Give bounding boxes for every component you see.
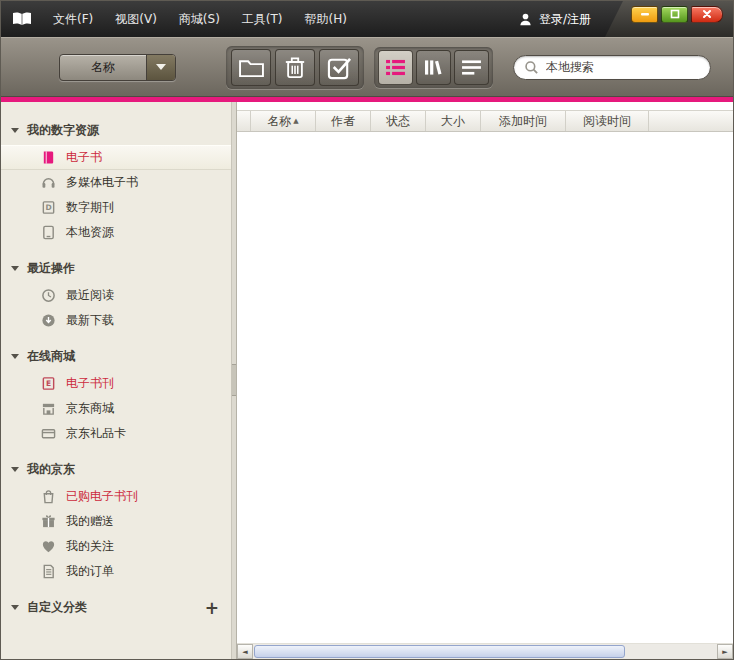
collapse-arrow-icon bbox=[11, 354, 19, 359]
maximize-button[interactable] bbox=[661, 6, 688, 23]
section-header-my-jd[interactable]: 我的京东 bbox=[1, 455, 231, 484]
menu-file[interactable]: 文件(F) bbox=[43, 6, 103, 33]
sort-dropdown-arrow-button[interactable] bbox=[146, 55, 175, 80]
shopping-bag-icon bbox=[39, 489, 57, 504]
splitter-grip-handle[interactable] bbox=[232, 364, 236, 396]
body: 我的数字资源 电子书 多媒体电子书 D bbox=[1, 102, 733, 659]
login-label: 登录/注册 bbox=[539, 11, 591, 28]
section-header-my-digital-resources[interactable]: 我的数字资源 bbox=[1, 116, 231, 145]
list-view-icon bbox=[385, 59, 406, 76]
list-view-button[interactable] bbox=[378, 50, 413, 85]
table-header: 名称 ▲ 作者 状态 大小 添加时间 阅读时间 bbox=[237, 110, 733, 132]
svg-text:E: E bbox=[45, 379, 50, 388]
scroll-left-button[interactable]: ◄ bbox=[237, 644, 253, 659]
orders-document-icon bbox=[39, 564, 57, 579]
sidebar-item-digital-journals[interactable]: D 数字期刊 bbox=[1, 195, 231, 220]
sidebar-item-jd-gift-card[interactable]: 京东礼品卡 bbox=[1, 421, 231, 446]
main-content: 名称 ▲ 作者 状态 大小 添加时间 阅读时间 bbox=[237, 102, 733, 659]
minimize-button[interactable] bbox=[631, 6, 658, 23]
folder-icon bbox=[238, 57, 265, 78]
column-header-name[interactable]: 名称 ▲ bbox=[251, 111, 316, 131]
select-items-button[interactable] bbox=[319, 49, 359, 86]
column-header-status[interactable]: 状态 bbox=[371, 111, 426, 131]
titlebar: 文件(F) 视图(V) 商城(S) 工具(T) 帮助(H) 登录/注册 bbox=[1, 1, 733, 37]
collapse-arrow-icon bbox=[11, 266, 19, 271]
app-window: 文件(F) 视图(V) 商城(S) 工具(T) 帮助(H) 登录/注册 bbox=[0, 0, 734, 660]
section-title: 最近操作 bbox=[27, 260, 75, 277]
scrollbar-thumb[interactable] bbox=[254, 645, 625, 658]
section-custom-categories: 自定义分类 + bbox=[1, 593, 231, 622]
sidebar-item-label: 我的关注 bbox=[66, 538, 114, 555]
sidebar-item-ebook-store[interactable]: E 电子书刊 bbox=[1, 371, 231, 396]
arrow-right-icon: ► bbox=[722, 648, 727, 656]
column-header-filler bbox=[649, 111, 733, 131]
column-label: 添加时间 bbox=[499, 113, 547, 130]
scrollbar-track[interactable] bbox=[253, 644, 717, 659]
sidebar-item-multimedia-ebooks[interactable]: 多媒体电子书 bbox=[1, 170, 231, 195]
sidebar-item-recent-reading[interactable]: 最近阅读 bbox=[1, 283, 231, 308]
column-header-size[interactable]: 大小 bbox=[426, 111, 481, 131]
device-icon bbox=[39, 225, 57, 240]
open-folder-button[interactable] bbox=[231, 49, 271, 86]
app-logo-book-icon bbox=[11, 1, 33, 37]
column-label: 状态 bbox=[386, 113, 410, 130]
sidebar-item-my-orders[interactable]: 我的订单 bbox=[1, 559, 231, 584]
close-button[interactable] bbox=[691, 6, 723, 23]
column-label: 名称 bbox=[267, 113, 291, 130]
sort-dropdown[interactable]: 名称 bbox=[59, 54, 176, 81]
sidebar-item-local-resources[interactable]: 本地资源 bbox=[1, 220, 231, 245]
menu-store[interactable]: 商城(S) bbox=[169, 6, 230, 33]
view-toggle-group bbox=[374, 47, 493, 88]
section-header-recent-operations[interactable]: 最近操作 bbox=[1, 254, 231, 283]
horizontal-scrollbar[interactable]: ◄ ► bbox=[237, 643, 733, 659]
menu-tools[interactable]: 工具(T) bbox=[232, 6, 293, 33]
column-header-author[interactable]: 作者 bbox=[316, 111, 371, 131]
storefront-icon bbox=[39, 401, 57, 416]
sidebar-item-my-follows[interactable]: 我的关注 bbox=[1, 534, 231, 559]
sidebar-item-ebooks[interactable]: 电子书 bbox=[1, 145, 231, 170]
sidebar-item-purchased-ebooks[interactable]: 已购电子书刊 bbox=[1, 484, 231, 509]
trash-icon bbox=[284, 55, 306, 80]
arrow-left-icon: ◄ bbox=[242, 648, 247, 656]
delete-button[interactable] bbox=[275, 49, 315, 86]
section-header-custom-categories[interactable]: 自定义分类 + bbox=[1, 593, 231, 622]
collapse-arrow-icon bbox=[11, 605, 19, 610]
column-header-added-time[interactable]: 添加时间 bbox=[481, 111, 566, 131]
book-list-empty-area bbox=[237, 132, 733, 643]
section-my-jd: 我的京东 已购电子书刊 我的赠送 bbox=[1, 455, 231, 584]
menu-view[interactable]: 视图(V) bbox=[105, 6, 167, 33]
add-category-button plus-icon[interactable]: + bbox=[205, 601, 219, 615]
menubar: 文件(F) 视图(V) 商城(S) 工具(T) 帮助(H) bbox=[43, 1, 357, 37]
section-recent-operations: 最近操作 最近阅读 最新下载 bbox=[1, 254, 231, 333]
detail-view-button[interactable] bbox=[454, 50, 489, 85]
sidebar-item-jd-mall[interactable]: 京东商城 bbox=[1, 396, 231, 421]
section-title: 我的京东 bbox=[27, 461, 75, 478]
sidebar-item-label: 最新下载 bbox=[66, 312, 114, 329]
section-title: 我的数字资源 bbox=[27, 122, 99, 139]
download-icon bbox=[39, 313, 57, 328]
section-title: 自定义分类 bbox=[27, 599, 87, 616]
sort-dropdown-value: 名称 bbox=[60, 55, 146, 80]
sidebar-item-latest-downloads[interactable]: 最新下载 bbox=[1, 308, 231, 333]
tool-button-group bbox=[226, 46, 364, 89]
section-my-digital-resources: 我的数字资源 电子书 多媒体电子书 D bbox=[1, 116, 231, 245]
clock-icon bbox=[39, 288, 57, 303]
column-label: 大小 bbox=[441, 113, 465, 130]
checkbox-check-icon bbox=[327, 55, 352, 80]
sidebar-item-my-gifts[interactable]: 我的赠送 bbox=[1, 509, 231, 534]
collapse-arrow-icon bbox=[11, 467, 19, 472]
column-header-read-time[interactable]: 阅读时间 bbox=[566, 111, 649, 131]
shelf-view-button[interactable] bbox=[416, 50, 451, 85]
column-header-spacer bbox=[237, 111, 251, 131]
login-register-button[interactable]: 登录/注册 bbox=[504, 1, 605, 37]
search-icon bbox=[524, 60, 539, 75]
search-box[interactable] bbox=[513, 55, 711, 80]
section-header-online-store[interactable]: 在线商城 bbox=[1, 342, 231, 371]
search-input[interactable] bbox=[546, 60, 700, 74]
text-lines-icon bbox=[461, 59, 482, 76]
scroll-right-button[interactable]: ► bbox=[717, 644, 733, 659]
book-icon bbox=[39, 150, 57, 165]
menu-help[interactable]: 帮助(H) bbox=[295, 6, 357, 33]
section-title: 在线商城 bbox=[27, 348, 75, 365]
sidebar-splitter[interactable] bbox=[231, 102, 237, 659]
